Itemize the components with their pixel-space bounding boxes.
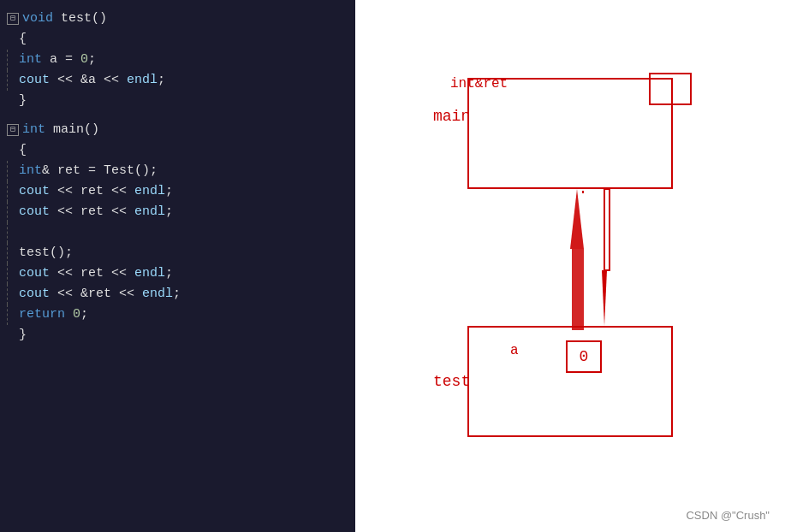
code-text: & ret = Test(); xyxy=(42,161,158,181)
vline xyxy=(7,284,19,304)
code-text: ; xyxy=(165,263,173,284)
code-text: ; xyxy=(165,202,173,222)
code-line: } xyxy=(7,91,348,111)
code-text: cout xyxy=(19,202,50,222)
code-text: ; xyxy=(165,181,173,202)
code-line: ⊟ int main() xyxy=(7,120,348,140)
main-frame-box xyxy=(467,78,673,189)
code-text: << &ret << xyxy=(50,284,142,304)
code-text: test() xyxy=(53,9,107,29)
code-line: test(); xyxy=(7,243,348,263)
code-line: } xyxy=(7,325,348,346)
code-text: cout xyxy=(19,263,50,284)
code-text: ; xyxy=(80,304,88,325)
a-label: a xyxy=(510,343,519,358)
code-line: return 0 ; xyxy=(7,304,348,325)
watermark: CSDN @"Crush" xyxy=(686,509,770,522)
code-text: << ret << xyxy=(50,202,134,222)
code-line: int a = 0 ; xyxy=(7,50,348,70)
code-keyword: int xyxy=(19,161,42,181)
svg-marker-0 xyxy=(570,189,584,249)
code-text: cout xyxy=(19,70,50,91)
code-panel: ⊟ void test() { int a = 0 ; cout << &a <… xyxy=(0,0,355,532)
code-num: 0 xyxy=(80,50,88,70)
code-text: ; xyxy=(88,50,96,70)
int-ret-label: int&ret xyxy=(450,76,508,92)
ret-value-box xyxy=(649,73,692,105)
code-line: cout << &a << endl ; xyxy=(7,70,348,91)
vline xyxy=(7,263,19,284)
svg-marker-3 xyxy=(602,270,607,326)
code-line xyxy=(7,222,348,243)
code-text: endl xyxy=(142,284,173,304)
code-num: 0 xyxy=(73,304,80,325)
code-text: } xyxy=(19,325,27,346)
code-text: << ret << xyxy=(50,181,134,202)
code-text: test(); xyxy=(19,243,73,263)
code-keyword: int xyxy=(19,50,42,70)
code-keyword: void xyxy=(22,9,53,29)
diagram-panel: main int&ret test a 0 xyxy=(355,0,785,532)
code-text: ; xyxy=(158,70,165,91)
vline xyxy=(7,243,19,263)
code-text: ; xyxy=(173,284,181,304)
code-keyword: int xyxy=(22,120,45,140)
svg-rect-1 xyxy=(572,249,584,330)
code-keyword: return xyxy=(19,304,65,325)
code-text: << &a << xyxy=(50,70,127,91)
code-text: { xyxy=(19,140,27,161)
code-text: a = xyxy=(42,50,80,70)
code-gap xyxy=(7,111,348,120)
main-label: main xyxy=(433,108,470,125)
fold-button[interactable]: ⊟ xyxy=(7,13,19,25)
vline xyxy=(7,304,19,325)
vline xyxy=(7,202,19,222)
svg-rect-2 xyxy=(604,189,610,270)
code-line: int & ret = Test(); xyxy=(7,161,348,181)
code-text: main() xyxy=(45,120,99,140)
code-text xyxy=(65,304,73,325)
code-func1: ⊟ void test() { int a = 0 ; cout << &a <… xyxy=(0,9,355,346)
code-text: endl xyxy=(134,202,165,222)
code-text: endl xyxy=(134,181,165,202)
code-line: cout << ret << endl ; xyxy=(7,181,348,202)
code-text: endl xyxy=(127,70,158,91)
diagram-container: main int&ret test a 0 xyxy=(433,61,707,471)
code-line: { xyxy=(7,140,348,161)
vline xyxy=(7,70,19,91)
vline xyxy=(7,222,19,243)
code-text: endl xyxy=(134,263,165,284)
zero-box: 0 xyxy=(566,340,602,373)
vline xyxy=(7,181,19,202)
code-text: cout xyxy=(19,181,50,202)
test-label: test xyxy=(433,373,470,390)
code-line: ⊟ void test() xyxy=(7,9,348,29)
code-line: { xyxy=(7,29,348,50)
code-text: { xyxy=(19,29,27,50)
zero-label: 0 xyxy=(580,348,589,365)
code-text: << ret << xyxy=(50,263,134,284)
code-line: cout << ret << endl ; xyxy=(7,202,348,222)
vline xyxy=(7,161,19,181)
code-text: cout xyxy=(19,284,50,304)
code-line: cout << &ret << endl ; xyxy=(7,284,348,304)
fold-button[interactable]: ⊟ xyxy=(7,124,19,136)
code-line: cout << ret << endl ; xyxy=(7,263,348,284)
code-text: } xyxy=(19,91,27,111)
vline xyxy=(7,50,19,70)
